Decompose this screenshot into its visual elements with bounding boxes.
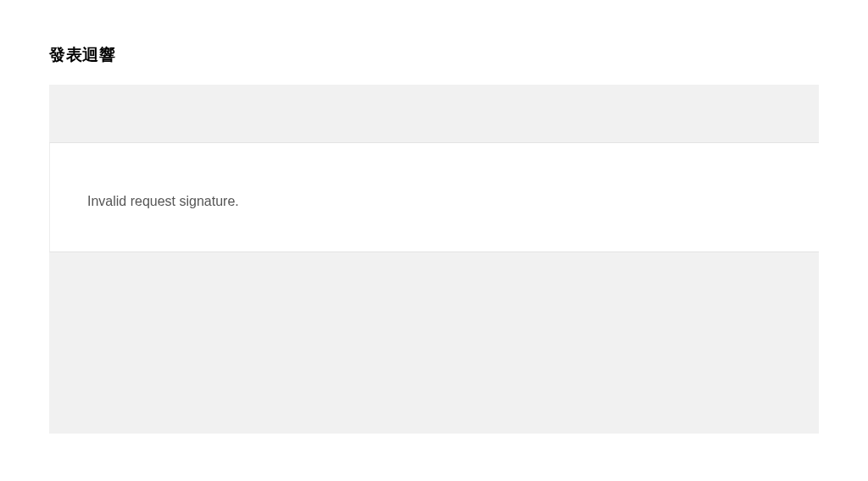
panel-spacer-bottom <box>49 252 819 434</box>
error-message-text: Invalid request signature. <box>87 194 782 209</box>
error-message-box: Invalid request signature. <box>49 142 819 252</box>
page-container: 發表迴響 Invalid request signature. <box>0 0 868 432</box>
reply-heading: 發表迴響 <box>49 44 819 66</box>
panel-spacer-top <box>49 85 819 142</box>
reply-panel: Invalid request signature. <box>49 85 819 432</box>
